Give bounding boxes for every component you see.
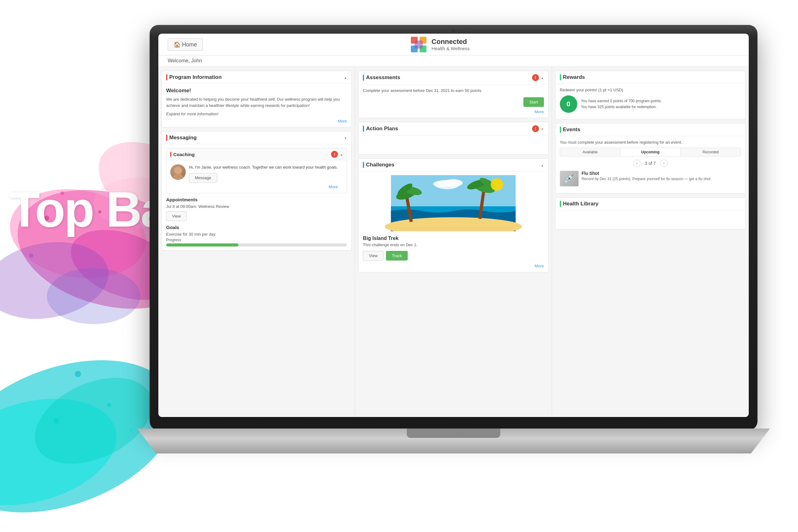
program-info-accent (166, 74, 167, 80)
assessments-alert-icon: ! (532, 74, 539, 81)
challenge-buttons: View Track (363, 251, 544, 261)
challenge-description: This challenge ends on Dec 1. (363, 243, 544, 247)
program-info-more-link[interactable]: More (166, 119, 347, 124)
coaching-more-link[interactable]: More (189, 185, 338, 189)
view-challenge-button[interactable]: View (363, 251, 383, 261)
svg-point-2 (21, 361, 166, 481)
challenges-title: Challenges (363, 162, 394, 168)
program-info-title: Program Information (166, 74, 222, 80)
brand-subtitle: Health & Wellness (432, 46, 470, 51)
track-challenge-button[interactable]: Track (386, 251, 408, 261)
assessments-label: Assessments (366, 75, 400, 81)
messaging-expand-icon[interactable] (344, 135, 347, 140)
program-expand-text: Expand for more information! (166, 112, 347, 116)
brand-icon (410, 36, 427, 53)
coaching-collapse-icon[interactable] (340, 151, 343, 157)
laptop-device: 🏠 Home Connected Health & Wellnes (150, 25, 773, 511)
program-description: We are dedicated to helping you become y… (166, 96, 347, 109)
screen-content: 🏠 Home Connected Health & Wellnes (158, 34, 749, 417)
events-header: Events (555, 124, 745, 136)
challenges-collapse-icon[interactable] (541, 162, 544, 168)
rewards-accent (560, 74, 561, 80)
messaging-header: Messaging (162, 132, 351, 144)
coaching-label: Coaching (173, 152, 194, 157)
events-current: 3 (645, 161, 647, 166)
program-info-widget: Program Information Welcome! We are dedi… (162, 71, 352, 128)
assessments-accent (363, 75, 364, 81)
assessments-collapse-icon[interactable] (541, 75, 544, 80)
svg-rect-23 (415, 40, 423, 49)
challenges-widget: Challenges (358, 158, 548, 272)
svg-point-6 (0, 233, 115, 328)
events-of-label: of 7 (648, 161, 656, 166)
program-info-body: Welcome! We are dedicated to helping you… (162, 84, 351, 127)
goals-label: Goals (166, 225, 347, 230)
assessments-more-link[interactable]: More (363, 109, 544, 114)
event-info: Flu Shot Record by Dec 31 (25 points). P… (582, 171, 741, 186)
challenge-image (363, 175, 544, 231)
svg-point-41 (491, 178, 503, 191)
events-navigation: ‹ 3 of 7 › (560, 159, 741, 167)
column-3: Rewards Redeem your points! (1 pt =1 USD… (552, 66, 749, 417)
svg-point-26 (174, 167, 182, 174)
events-prev-button[interactable]: ‹ (633, 159, 641, 167)
main-grid: Program Information Welcome! We are dedi… (158, 66, 749, 417)
challenges-header: Challenges (359, 159, 548, 171)
svg-point-7 (47, 268, 140, 324)
events-label: Events (563, 127, 581, 133)
appointments-section: Appointments Jul 8 at 09:00am: Wellness … (166, 197, 347, 221)
event-description: Record by Dec 31 (25 points). Prepare yo… (582, 176, 741, 182)
challenges-body: Big Island Trek This challenge ends on D… (359, 171, 548, 272)
events-tabs: Available Upcoming Recorded (560, 148, 741, 156)
health-library-title: Health Library (560, 201, 598, 207)
coaching-widget: Coaching ! (166, 148, 347, 193)
program-info-collapse-icon[interactable] (344, 75, 347, 80)
assessments-title: Assessments (363, 75, 400, 81)
laptop-screen: 🏠 Home Connected Health & Wellnes (158, 34, 749, 417)
action-plans-title: Action Plans (363, 126, 398, 132)
events-body: You must complete your assessment before… (555, 136, 745, 193)
program-info-header: Program Information (162, 71, 351, 84)
progress-bar-background (166, 243, 347, 247)
coaching-header: Coaching ! (167, 148, 347, 160)
action-plans-expand-icon[interactable] (541, 126, 544, 132)
brand-name: Connected (432, 38, 470, 46)
events-tab-upcoming[interactable]: Upcoming (620, 148, 681, 156)
coach-message-text: Hi, I'm Janie, your wellness coach. Toge… (189, 164, 338, 170)
column-1: Program Information Welcome! We are dedi… (158, 66, 355, 417)
message-button[interactable]: Message (189, 173, 217, 183)
brand-logo: Connected Health & Wellness (410, 36, 470, 53)
svg-point-25 (172, 174, 184, 180)
laptop-body: 🏠 Home Connected Health & Wellnes (150, 25, 758, 430)
svg-point-15 (75, 371, 81, 377)
events-tab-recorded[interactable]: Recorded (681, 148, 741, 156)
events-next-button[interactable]: › (660, 159, 668, 167)
start-assessment-button[interactable]: Start (524, 97, 544, 107)
coaching-accent (170, 152, 171, 157)
events-accent (560, 127, 561, 133)
coach-avatar (170, 164, 186, 180)
program-info-label: Program Information (169, 74, 222, 80)
start-btn-container: Start (363, 97, 544, 107)
events-title: Events (560, 127, 581, 133)
rewards-earned-text: You have earned 0 points of 700 program … (581, 98, 662, 104)
coaching-alert-icon: ! (331, 151, 338, 158)
home-button[interactable]: 🏠 Home (168, 38, 203, 51)
assessments-widget: Assessments ! Complete your assessment b… (358, 71, 548, 118)
svg-point-1 (0, 381, 129, 522)
challenges-more-link[interactable]: More (363, 264, 544, 268)
events-tab-available[interactable]: Available (560, 148, 620, 156)
action-plans-widget: Action Plans ! (358, 122, 548, 155)
assessments-header: Assessments ! (359, 71, 548, 84)
goals-section: Goals Exercise for 30 min per day Progre… (166, 225, 347, 247)
messaging-accent (166, 135, 167, 141)
view-appointment-button[interactable]: View (166, 211, 187, 221)
challenges-accent (363, 162, 364, 168)
coaching-actions: ! (331, 151, 343, 158)
camera-dot (452, 29, 455, 33)
laptop-base (137, 429, 770, 454)
action-plans-header: Action Plans ! (359, 122, 548, 136)
top-navigation: 🏠 Home Connected Health & Wellnes (158, 34, 749, 56)
event-title: Flu Shot (582, 171, 741, 176)
rewards-info: 0 You have earned 0 points of 700 progra… (560, 95, 741, 113)
